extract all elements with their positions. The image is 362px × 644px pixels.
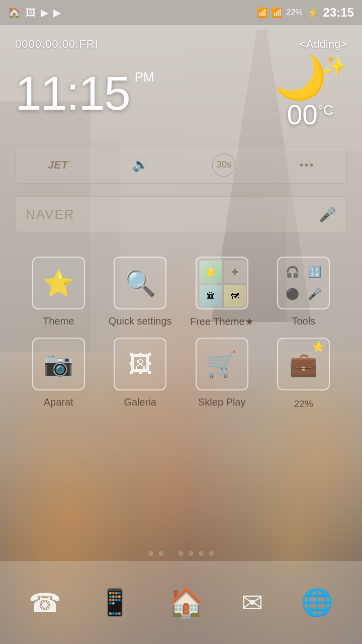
- home-icon: 🏠: [168, 586, 204, 620]
- media-volume-icon[interactable]: 🔊: [132, 157, 148, 173]
- dock-item-media[interactable]: 📱: [99, 587, 131, 618]
- ft-grid-icon-1: ⭐: [200, 261, 222, 283]
- dock-item-home[interactable]: 🏠: [168, 586, 204, 620]
- briefcase-icon: 💼: [289, 351, 318, 378]
- page-dot-1[interactable]: [148, 551, 153, 556]
- aparat-label: Aparat: [44, 396, 73, 408]
- theme-label: Theme: [43, 315, 74, 327]
- media-timer-button[interactable]: 30s: [212, 153, 235, 177]
- mail-icon: ✉: [241, 588, 263, 618]
- weather-widget: 🌙✨ 00°C: [274, 56, 347, 131]
- app-item-free-theme[interactable]: ⭐ + 🏛 🗺 Free Theme★: [184, 257, 260, 328]
- weather-temp: 00°C: [287, 99, 334, 131]
- sklep-play-label: Sklep Play: [198, 396, 246, 408]
- app-item-tools[interactable]: 🎧 🔢 ⚫ 🎤 Tools: [265, 257, 342, 328]
- free-theme-icon-wrap: ⭐ + 🏛 🗺: [196, 257, 248, 309]
- status-time: 23:15: [323, 6, 354, 20]
- quick-settings-icon-wrap: 🔍: [114, 257, 166, 309]
- page-dot-2[interactable]: [158, 551, 163, 556]
- ft-grid-icon-2: 🏛: [200, 285, 222, 307]
- dock-item-browser[interactable]: 🌐: [301, 587, 333, 618]
- status-right-area: 📶 📶 22% ⚡ 23:15: [256, 6, 354, 20]
- media-player-widget[interactable]: JEТ 🔊 30s •••: [15, 146, 347, 184]
- battery-icon-wrap: ⭐ 💼: [277, 338, 330, 390]
- search-bar[interactable]: NAVER 🎤: [15, 196, 347, 232]
- battery-label: 22%: [294, 398, 313, 410]
- tools-cell-calc: 🔢: [304, 262, 325, 282]
- status-bar: 🏠 🖼 ▶ ▶ 📶 📶 22% ⚡ 23:15: [0, 0, 362, 25]
- media-more-button[interactable]: •••: [300, 158, 314, 172]
- charging-icon: ⚡: [307, 7, 319, 19]
- tools-icon-wrap: 🎧 🔢 ⚫ 🎤: [277, 257, 330, 309]
- theme-icon-wrap: ⭐: [32, 257, 85, 309]
- theme-star-icon: ⭐: [43, 269, 74, 298]
- widget-area: 0000.00.00.FRI <Adding> 11:15 PM 🌙✨ 00°C: [0, 28, 362, 141]
- page-dots: [0, 551, 362, 556]
- camera-icon: 📷: [43, 350, 73, 378]
- clock-row: 11:15 PM 🌙✨ 00°C: [15, 56, 347, 131]
- aparat-icon-wrap: 📷: [32, 338, 85, 390]
- battery-percent: 22%: [287, 8, 303, 17]
- tools-cell-mic: 🎤: [304, 284, 325, 304]
- tools-label: Tools: [292, 315, 315, 327]
- signal-icon: 📶: [272, 7, 283, 18]
- page-dot-5[interactable]: [189, 551, 194, 556]
- status-left-icons: 🏠 🖼 ▶ ▶: [8, 7, 61, 19]
- quick-settings-search-icon: 🔍: [125, 269, 156, 298]
- tools-cell-record: ⚫: [282, 284, 303, 304]
- gallery-app-icon: 🖼: [26, 7, 36, 19]
- media-jet-label[interactable]: JEТ: [48, 158, 68, 172]
- search-label: NAVER: [26, 207, 319, 222]
- app-item-quick-settings[interactable]: 🔍 Quick settings: [102, 257, 179, 328]
- home-app-icon: 🏠: [8, 7, 21, 19]
- browser-icon: 🌐: [301, 587, 333, 618]
- tools-cell-headphones: 🎧: [282, 262, 303, 282]
- galeria-label: Galeria: [124, 396, 156, 408]
- date-row: 0000.00.00.FRI <Adding>: [15, 38, 347, 51]
- ft-plus-button: +: [224, 261, 246, 283]
- page-dot-7[interactable]: [209, 551, 214, 556]
- clock-ampm: PM: [135, 69, 154, 85]
- cart-icon: 🛒: [206, 350, 237, 379]
- date-display: 0000.00.00.FRI: [15, 38, 99, 51]
- app-item-sklep-play[interactable]: 🛒 Sklep Play: [184, 338, 260, 410]
- clock-display: 11:15: [15, 69, 130, 117]
- sklep-play-icon-wrap: 🛒: [196, 338, 248, 390]
- bottom-dock: ☎ 📱 🏠 ✉ 🌐: [0, 561, 362, 644]
- dock-item-phone[interactable]: ☎: [29, 588, 61, 618]
- media-player-icon: 📱: [99, 587, 131, 618]
- wifi-icon: 📶: [256, 7, 267, 18]
- app-grid: ⭐ Theme 🔍 Quick settings ⭐ + 🏛 🗺 Free Th…: [0, 247, 362, 420]
- quick-settings-label: Quick settings: [109, 315, 172, 327]
- clock-left: 11:15 PM: [15, 69, 154, 117]
- mic-icon[interactable]: 🎤: [319, 206, 336, 223]
- app-item-galeria[interactable]: 🖼 Galeria: [102, 338, 179, 410]
- app-item-aparat[interactable]: 📷 Aparat: [20, 338, 97, 410]
- play-app-icon-2: ▶: [53, 7, 61, 19]
- app-item-theme[interactable]: ⭐ Theme: [20, 257, 97, 328]
- page-dot-3-active[interactable]: [168, 551, 173, 556]
- app-item-battery[interactable]: ⭐ 💼 22%: [265, 338, 342, 410]
- dock-item-mail[interactable]: ✉: [241, 588, 263, 618]
- page-dot-4[interactable]: [178, 551, 184, 556]
- page-dot-6[interactable]: [199, 551, 204, 556]
- weather-moon-icon: 🌙✨: [274, 56, 347, 99]
- ft-grid-icon-3: 🗺: [224, 285, 246, 307]
- phone-icon: ☎: [29, 588, 61, 618]
- adding-text: <Adding>: [300, 38, 347, 51]
- star-badge-icon: ⭐: [312, 341, 325, 353]
- weather-stars: ✨: [322, 55, 347, 77]
- play-app-icon: ▶: [41, 7, 48, 19]
- galeria-icon-wrap: 🖼: [114, 338, 166, 390]
- gallery-icon: 🖼: [128, 350, 152, 378]
- free-theme-label: Free Theme★: [190, 315, 254, 328]
